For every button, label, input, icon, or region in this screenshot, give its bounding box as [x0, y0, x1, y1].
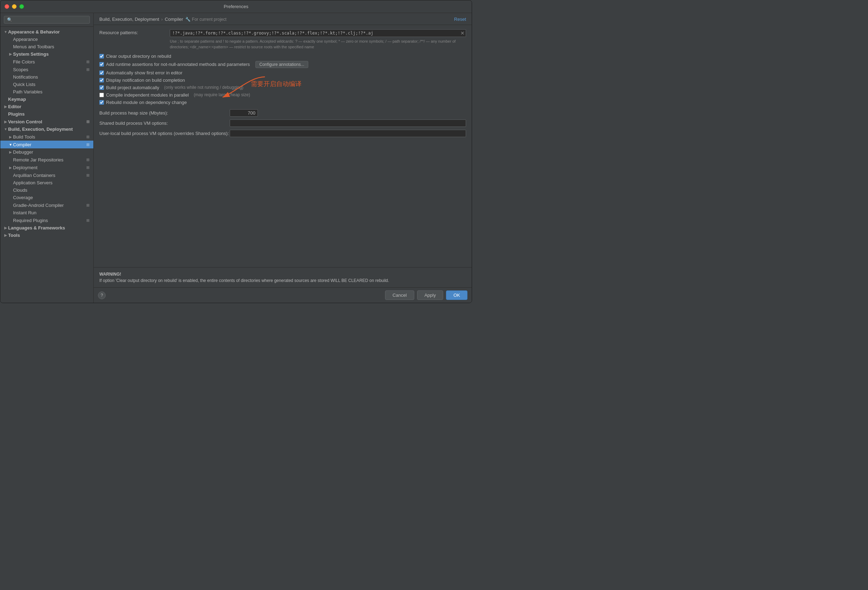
checkbox-runtime-assertions-input[interactable]	[99, 62, 104, 67]
checkbox-compile-parallel-input[interactable]	[99, 93, 104, 97]
sidebar-item-notifications[interactable]: Notifications	[0, 73, 93, 81]
warning-text: WARNING! If option 'Clear output directo…	[99, 271, 466, 284]
expand-arrow: ▼	[3, 30, 8, 34]
breadcrumb-part1: Build, Execution, Deployment	[99, 16, 159, 22]
annotation-container: Display notification on build completion…	[99, 78, 466, 83]
checkbox-rebuild-dependency-input[interactable]	[99, 100, 104, 105]
remote-jar-icon: ⊞	[85, 157, 90, 163]
help-button[interactable]: ?	[98, 291, 106, 299]
user-vm-label: User-local build process VM options (ove…	[99, 131, 230, 136]
sidebar-item-quick-lists[interactable]: Quick Lists	[0, 81, 93, 88]
sidebar-item-remote-jar-repos[interactable]: Remote Jar Repositories ⊞	[0, 156, 93, 164]
version-control-icon: ⊞	[85, 119, 90, 124]
sidebar-item-plugins[interactable]: Plugins	[0, 110, 93, 118]
sidebar-item-file-colors[interactable]: File Colors ⊞	[0, 58, 93, 65]
resource-patterns-label: Resource patterns:	[99, 29, 170, 35]
checkbox-runtime-assertions-label: Add runtime assertions for not-null-anno…	[106, 62, 250, 67]
checkbox-compile-parallel: Compile independent modules in parallel …	[99, 92, 466, 98]
sidebar-item-application-servers[interactable]: Application Servers	[0, 179, 93, 186]
project-icon: 🔧	[185, 17, 190, 22]
minimize-button[interactable]	[12, 4, 16, 9]
apply-button[interactable]: Apply	[417, 290, 443, 300]
gradle-android-icon: ⊞	[85, 202, 90, 208]
shared-vm-row: Shared build process VM options:	[99, 120, 466, 127]
sidebar-item-build-tools[interactable]: ▶ Build Tools ⊞	[0, 133, 93, 140]
checkbox-notification-build-label: Display notification on build completion	[106, 78, 185, 83]
compile-parallel-note: (may require larger heap size)	[194, 92, 250, 97]
sidebar-item-coverage[interactable]: Coverage	[0, 194, 93, 201]
clear-input-button[interactable]: ✕	[461, 30, 465, 36]
sidebar-item-deployment[interactable]: ▶ Deployment ⊞	[0, 164, 93, 171]
close-button[interactable]	[4, 4, 9, 9]
content-body: Resource patterns: ✕ Use ; to separate p…	[94, 25, 472, 267]
heap-size-label: Build process heap size (Mbytes):	[99, 110, 230, 115]
compiler-icon: ⊞	[85, 142, 90, 147]
resource-patterns-wrapper: ✕	[170, 29, 466, 37]
build-tools-icon: ⊞	[85, 134, 90, 140]
checkbox-clear-output-label: Clear output directory on rebuild	[106, 53, 171, 59]
sidebar-item-appearance[interactable]: Appearance	[0, 35, 93, 43]
scopes-icon: ⊞	[85, 67, 90, 72]
resource-patterns-input[interactable]	[170, 29, 466, 37]
resource-patterns-row: Resource patterns: ✕	[99, 29, 466, 37]
resource-patterns-hint: Use ; to separate patterns and ! to nega…	[170, 38, 466, 50]
checkbox-show-first-error-label: Automatically show first error in editor	[106, 70, 183, 75]
project-label: For current project	[192, 17, 226, 22]
sidebar-item-instant-run[interactable]: Instant Run	[0, 209, 93, 216]
resource-patterns-value: ✕	[170, 29, 466, 37]
checkbox-build-auto-input[interactable]	[99, 85, 104, 90]
breadcrumb-part2: Compiler	[165, 16, 183, 22]
sidebar-item-arquillian-containers[interactable]: Arquillian Containers ⊞	[0, 171, 93, 179]
checkbox-notification-build-input[interactable]	[99, 78, 104, 83]
sidebar-item-system-settings[interactable]: ▶ System Settings	[0, 50, 93, 58]
configure-annotations-button[interactable]: Configure annotations...	[255, 61, 308, 68]
checkbox-clear-output: Clear output directory on rebuild	[99, 53, 466, 59]
user-vm-row: User-local build process VM options (ove…	[99, 130, 466, 137]
checkbox-clear-output-input[interactable]	[99, 54, 104, 59]
checkbox-rebuild-dependency: Rebuild module on dependency change	[99, 100, 466, 105]
sidebar-item-required-plugins[interactable]: Required Plugins ⊞	[0, 216, 93, 224]
sidebar-item-compiler[interactable]: ▼ Compiler ⊞	[0, 140, 93, 148]
sidebar-item-gradle-android-compiler[interactable]: Gradle-Android Compiler ⊞	[0, 201, 93, 209]
sidebar-item-build-execution-deployment[interactable]: ▼ Build, Execution, Deployment	[0, 126, 93, 133]
file-colors-icon: ⊞	[85, 59, 90, 65]
sidebar-item-path-variables[interactable]: Path Variables	[0, 88, 93, 96]
checkbox-compile-parallel-label: Compile independent modules in parallel	[106, 92, 189, 98]
sidebar: ▼ Appearance & Behavior Appearance Menus…	[0, 13, 94, 303]
sidebar-item-debugger[interactable]: ▶ Debugger	[0, 148, 93, 156]
cancel-button[interactable]: Cancel	[385, 290, 414, 300]
reset-button[interactable]: Reset	[454, 16, 466, 22]
heap-size-input[interactable]	[230, 109, 258, 117]
checkbox-rebuild-dependency-label: Rebuild module on dependency change	[106, 100, 187, 105]
window-title: Preferences	[224, 4, 248, 9]
checkbox-show-first-error-input[interactable]	[99, 71, 104, 75]
breadcrumb: Build, Execution, Deployment › Compiler …	[99, 16, 226, 22]
sidebar-item-appearance-behavior[interactable]: ▼ Appearance & Behavior	[0, 28, 93, 35]
checkbox-build-auto: Build project automatically (only works …	[99, 85, 466, 90]
search-input[interactable]	[4, 16, 90, 24]
sidebar-item-scopes[interactable]: Scopes ⊞	[0, 65, 93, 73]
checkbox-show-first-error: Automatically show first error in editor	[99, 70, 466, 75]
breadcrumb-separator: ›	[161, 17, 163, 22]
titlebar: Preferences	[0, 0, 472, 13]
search-box	[0, 13, 93, 27]
breadcrumb-project: 🔧 For current project	[185, 17, 226, 22]
sidebar-item-keymap[interactable]: Keymap	[0, 96, 93, 103]
sidebar-item-version-control[interactable]: ▶ Version Control ⊞	[0, 118, 93, 126]
main-layout: ▼ Appearance & Behavior Appearance Menus…	[0, 13, 472, 303]
sidebar-item-clouds[interactable]: Clouds	[0, 186, 93, 194]
sidebar-item-languages-frameworks[interactable]: ▶ Languages & Frameworks	[0, 224, 93, 232]
shared-vm-input[interactable]	[230, 120, 466, 127]
content-header: Build, Execution, Deployment › Compiler …	[94, 13, 472, 25]
maximize-button[interactable]	[19, 4, 24, 9]
shared-vm-label: Shared build process VM options:	[99, 121, 230, 126]
checkbox-build-auto-label: Build project automatically	[106, 85, 159, 90]
ok-button[interactable]: OK	[446, 290, 468, 300]
traffic-lights	[4, 4, 24, 9]
heap-size-row: Build process heap size (Mbytes):	[99, 109, 466, 117]
sidebar-item-menus-toolbars[interactable]: Menus and Toolbars	[0, 43, 93, 50]
sidebar-item-tools[interactable]: ▶ Tools	[0, 232, 93, 239]
user-vm-input[interactable]	[230, 130, 466, 137]
sidebar-item-editor[interactable]: ▶ Editor	[0, 103, 93, 110]
required-plugins-icon: ⊞	[85, 217, 90, 223]
